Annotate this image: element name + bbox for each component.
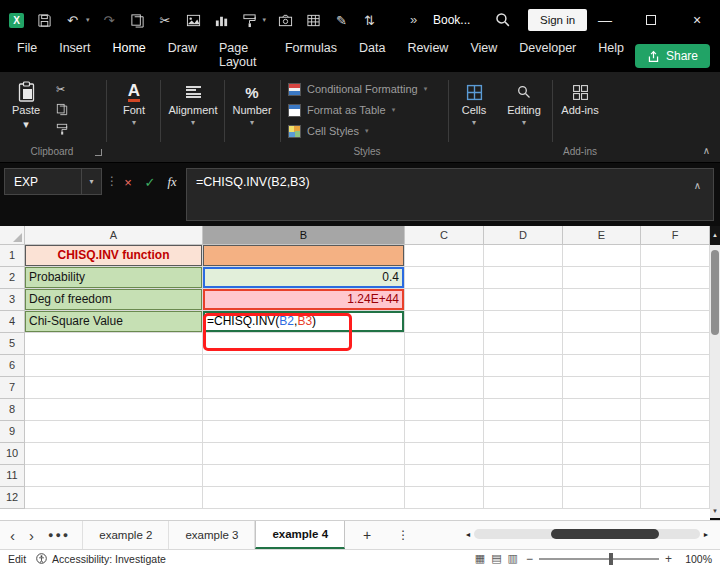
cell-C10[interactable] (405, 443, 484, 465)
cell-A6[interactable] (25, 355, 203, 377)
cell-E11[interactable] (563, 465, 641, 487)
styles-item-cell-styles[interactable]: Cell Styles▾ (288, 122, 427, 140)
chart-icon[interactable] (213, 12, 230, 29)
cell-C11[interactable] (405, 465, 484, 487)
cell-A7[interactable] (25, 377, 203, 399)
cell-E4[interactable] (563, 311, 641, 333)
page-layout-view-icon[interactable]: ▤ (491, 552, 501, 565)
sign-in-button[interactable]: Sign in (528, 9, 587, 31)
scroll-up-icon[interactable]: ▲ (710, 226, 720, 245)
cell-C5[interactable] (405, 333, 484, 355)
cell-E9[interactable] (563, 421, 641, 443)
pen-icon[interactable]: ✎ (333, 12, 350, 29)
name-box[interactable]: EXP ▾ (4, 168, 102, 195)
cell-C3[interactable] (405, 289, 484, 311)
cell-B10[interactable] (203, 443, 405, 465)
camera-icon[interactable] (277, 12, 294, 29)
cell-A5[interactable] (25, 333, 203, 355)
sort-icon[interactable]: ⇅ (361, 12, 378, 29)
select-all-button[interactable] (0, 226, 25, 245)
alignment-group-button[interactable]: Alignment ▾ (164, 76, 222, 127)
toolbar-overflow-icon[interactable]: » (410, 12, 417, 27)
row-header-5[interactable]: 5 (0, 333, 25, 355)
cell-F6[interactable] (641, 355, 710, 377)
expand-formula-bar-icon[interactable]: ∧ (694, 180, 701, 191)
insert-function-button[interactable]: fx (162, 172, 182, 192)
cell-B12[interactable] (203, 487, 405, 509)
tab-help[interactable]: Help (587, 36, 635, 76)
cell-A11[interactable] (25, 465, 203, 487)
cell-A3[interactable]: Deg of freedom (25, 289, 203, 311)
cell-F10[interactable] (641, 443, 710, 465)
paint-format-icon[interactable] (241, 12, 258, 29)
table-icon[interactable] (305, 12, 322, 29)
horizontal-scroll-thumb[interactable] (551, 529, 659, 539)
cell-D10[interactable] (484, 443, 563, 465)
tab-developer[interactable]: Developer (508, 36, 587, 76)
cell-E12[interactable] (563, 487, 641, 509)
cancel-button[interactable]: × (118, 172, 138, 192)
cut-icon[interactable]: ✂ (157, 12, 174, 29)
copies-icon[interactable] (129, 12, 146, 29)
scroll-down-icon[interactable]: ▼ (710, 504, 720, 518)
column-header-C[interactable]: C (405, 226, 484, 245)
cell-D9[interactable] (484, 421, 563, 443)
cell-D8[interactable] (484, 399, 563, 421)
cell-F8[interactable] (641, 399, 710, 421)
cell-C8[interactable] (405, 399, 484, 421)
format-painter-button[interactable] (56, 122, 72, 136)
share-button[interactable]: Share (635, 44, 710, 68)
excel-icon[interactable]: X (8, 12, 25, 29)
restore-button[interactable] (628, 0, 674, 40)
cells-group-button[interactable]: Cells ▾ (452, 76, 496, 127)
vertical-scrollbar[interactable]: ▲ ▼ (710, 226, 720, 518)
horizontal-scroll-track[interactable] (474, 529, 700, 539)
column-header-E[interactable]: E (563, 226, 641, 245)
minimize-button[interactable]: — (582, 0, 628, 40)
row-header-11[interactable]: 11 (0, 465, 25, 487)
row-header-12[interactable]: 12 (0, 487, 25, 509)
cell-D5[interactable] (484, 333, 563, 355)
tab-file[interactable]: File (6, 36, 48, 76)
name-box-dropdown-icon[interactable]: ▾ (81, 169, 101, 194)
cell-C6[interactable] (405, 355, 484, 377)
sheet-options-icon[interactable]: ⋮ (389, 521, 417, 549)
column-header-D[interactable]: D (484, 226, 563, 245)
cell-D11[interactable] (484, 465, 563, 487)
cell-D2[interactable] (484, 267, 563, 289)
cell-B8[interactable] (203, 399, 405, 421)
all-sheets-icon[interactable]: ●●● (48, 530, 70, 540)
cell-A10[interactable] (25, 443, 203, 465)
column-header-A[interactable]: A (25, 226, 203, 245)
cell-F9[interactable] (641, 421, 710, 443)
cell-D7[interactable] (484, 377, 563, 399)
cell-B2[interactable]: 0.4 (203, 267, 405, 289)
save-icon[interactable] (36, 12, 53, 29)
cell-C1[interactable] (405, 245, 484, 267)
cell-D4[interactable] (484, 311, 563, 333)
paste-dropdown-icon[interactable]: ▾ (23, 118, 29, 131)
paint-dropdown-icon[interactable]: ▾ (263, 16, 267, 24)
cell-E6[interactable] (563, 355, 641, 377)
styles-item-conditional-formatting[interactable]: Conditional Formatting▾ (288, 80, 427, 98)
tab-formulas[interactable]: Formulas (274, 36, 348, 76)
cell-A9[interactable] (25, 421, 203, 443)
collapse-ribbon-icon[interactable]: ∧ (703, 145, 710, 156)
cell-C7[interactable] (405, 377, 484, 399)
cell-B9[interactable] (203, 421, 405, 443)
cell-E2[interactable] (563, 267, 641, 289)
cell-F12[interactable] (641, 487, 710, 509)
tab-home[interactable]: Home (101, 36, 156, 76)
row-header-4[interactable]: 4 (0, 311, 25, 333)
column-header-B[interactable]: B (203, 226, 405, 245)
paste-button[interactable]: Paste ▾ (6, 82, 46, 131)
font-group-button[interactable]: A Font ▾ (110, 76, 158, 127)
cell-A8[interactable] (25, 399, 203, 421)
cell-F4[interactable] (641, 311, 710, 333)
number-group-button[interactable]: % Number ▾ (228, 76, 276, 127)
tab-insert[interactable]: Insert (48, 36, 101, 76)
cell-B5[interactable] (203, 333, 405, 355)
row-header-2[interactable]: 2 (0, 267, 25, 289)
scroll-right-icon[interactable]: ► (700, 531, 712, 538)
undo-dropdown-icon[interactable]: ▾ (86, 16, 90, 24)
